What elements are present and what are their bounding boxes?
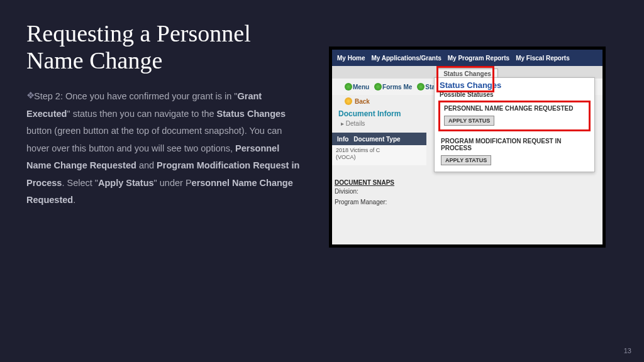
nav-fiscal[interactable]: My Fiscal Reports (516, 55, 570, 62)
page-number: 13 (624, 347, 631, 354)
slide: Requesting a Personnel Name Change ❖Step… (0, 0, 644, 362)
green-dot-icon (374, 83, 382, 90)
step-text: ❖Step 2: Once you have confirmed your gr… (26, 87, 304, 209)
back-link[interactable]: Back (355, 98, 370, 105)
green-dot-icon (345, 83, 352, 90)
apply-status-button-1[interactable]: APPLY STATUS (444, 116, 494, 126)
snapshot-row-division: Division: (332, 186, 602, 197)
right-column: My Home My Applications/Grants My Progra… (316, 20, 619, 347)
option-personnel-name-change: PERSONNEL NAME CHANGE REQUESTED (444, 105, 585, 112)
apply-status-button-2[interactable]: APPLY STATUS (441, 155, 491, 165)
dropdown-lower: PROGRAM MODIFICATION REQUEST IN PROCESS … (435, 135, 594, 165)
left-column: Requesting a Personnel Name Change ❖Step… (26, 20, 316, 347)
option-program-modification: PROGRAM MODIFICATION REQUEST IN PROCESS (441, 138, 588, 151)
tool-forms[interactable]: Forms Me (374, 83, 412, 90)
snapshot-row-manager: Program Manager: (332, 197, 602, 207)
tab-row: Status Changes (332, 66, 602, 79)
screenshot-frame: My Home My Applications/Grants My Progra… (329, 47, 606, 248)
screenshot: My Home My Applications/Grants My Progra… (332, 50, 602, 244)
dropdown-title: Status Changes (435, 78, 594, 91)
dropdown-subtitle: Possible Statuses (435, 91, 594, 101)
nav-home[interactable]: My Home (337, 55, 365, 62)
back-icon (345, 97, 352, 105)
status-changes-dropdown: Status Changes Possible Statuses PERSONN… (434, 77, 595, 172)
info-header: Info Document Type (332, 133, 426, 145)
nav-reports[interactable]: My Program Reports (448, 55, 509, 62)
snapshot-header: DOCUMENT SNAPS (332, 179, 426, 186)
slide-title: Requesting a Personnel Name Change (26, 20, 304, 74)
top-navbar: My Home My Applications/Grants My Progra… (332, 50, 602, 66)
bullet-icon: ❖ (26, 87, 33, 105)
tool-menu[interactable]: Menu (345, 83, 369, 90)
highlight-box-option: PERSONNEL NAME CHANGE REQUESTED APPLY ST… (438, 101, 591, 131)
info-body: 2018 Victims of C (VOCA) (332, 145, 426, 165)
green-dot-icon (417, 83, 425, 90)
nav-apps[interactable]: My Applications/Grants (371, 55, 441, 62)
